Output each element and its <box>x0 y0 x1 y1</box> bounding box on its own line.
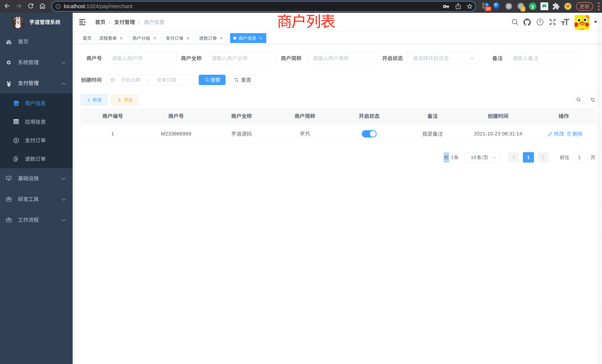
svg-text:?: ? <box>539 20 541 24</box>
svg-text:y: y <box>531 3 534 9</box>
